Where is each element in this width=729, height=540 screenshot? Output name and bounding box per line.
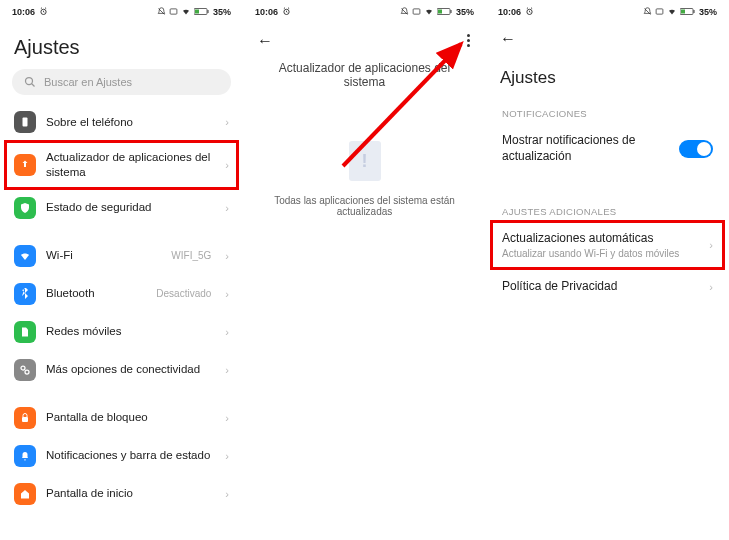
item-system-updater[interactable]: Actualizador de aplicaciones del sistema…	[0, 141, 243, 189]
dnd-icon	[400, 7, 409, 18]
battery-icon	[194, 7, 210, 18]
item-more-connectivity[interactable]: Más opciones de conectividad ›	[0, 351, 243, 389]
chevron-right-icon: ›	[225, 288, 229, 300]
item-about-phone[interactable]: Sobre el teléfono ›	[0, 103, 243, 141]
svg-rect-18	[656, 8, 663, 13]
status-time: 10:06	[12, 7, 35, 17]
wifi-icon	[181, 7, 191, 18]
svg-rect-3	[195, 9, 199, 13]
svg-rect-6	[23, 118, 28, 127]
update-status-message: Todas las aplicaciones del sistema están…	[243, 195, 486, 217]
screenshot-icon	[655, 7, 664, 18]
alarm-icon	[282, 7, 291, 18]
battery-percent: 35%	[456, 7, 474, 17]
search-input[interactable]: Buscar en Ajustes	[12, 69, 231, 95]
chevron-right-icon: ›	[225, 326, 229, 338]
toggle-switch-on[interactable]	[679, 140, 713, 158]
item-bluetooth[interactable]: Bluetooth Desactivado ›	[0, 275, 243, 313]
status-time: 10:06	[255, 7, 278, 17]
dnd-icon	[157, 7, 166, 18]
back-button[interactable]: ←	[257, 32, 273, 50]
lock-icon	[14, 407, 36, 429]
item-home-screen[interactable]: Pantalla de inicio ›	[0, 475, 243, 513]
document-icon: !	[349, 141, 381, 181]
status-bar: 10:06 35%	[243, 0, 486, 22]
screen-system-updater: 10:06 35% ← Actualizador de aplicaciones…	[243, 0, 486, 540]
status-bar: 10:06 35%	[486, 0, 729, 22]
chevron-right-icon: ›	[225, 116, 229, 128]
svg-rect-11	[413, 8, 420, 13]
overflow-menu-button[interactable]	[465, 30, 472, 51]
status-bar: 10:06 35%	[0, 0, 243, 22]
chevron-right-icon: ›	[225, 412, 229, 424]
chevron-right-icon: ›	[225, 159, 229, 171]
setting-show-notifications[interactable]: Mostrar notificaciones de actualización	[486, 123, 729, 174]
wifi-icon	[667, 7, 677, 18]
bluetooth-icon	[14, 283, 36, 305]
chevron-right-icon: ›	[225, 488, 229, 500]
chevron-right-icon: ›	[709, 239, 713, 251]
chevron-right-icon: ›	[225, 202, 229, 214]
link-icon	[14, 359, 36, 381]
wifi-icon	[14, 245, 36, 267]
update-icon	[14, 154, 36, 176]
bell-icon	[14, 445, 36, 467]
wifi-icon	[424, 7, 434, 18]
chevron-right-icon: ›	[225, 250, 229, 262]
alarm-icon	[39, 7, 48, 18]
screenshot-icon	[169, 7, 178, 18]
battery-icon	[437, 7, 453, 18]
chevron-right-icon: ›	[225, 450, 229, 462]
svg-rect-9	[22, 417, 28, 422]
search-placeholder: Buscar en Ajustes	[44, 76, 132, 88]
search-icon	[24, 76, 36, 88]
screen-settings-main: 10:06 35% Ajustes Buscar en Ajustes Sobr…	[0, 0, 243, 540]
header-row: ←	[243, 22, 486, 59]
status-time: 10:06	[498, 7, 521, 17]
page-title: Ajustes	[0, 22, 243, 69]
section-label-notifications: NOTIFICACIONES	[486, 98, 729, 123]
header-row: ←	[486, 22, 729, 56]
alarm-icon	[525, 7, 534, 18]
battery-percent: 35%	[213, 7, 231, 17]
svg-rect-4	[207, 10, 208, 13]
section-label-additional: AJUSTES ADICIONALES	[486, 196, 729, 221]
phone-icon	[14, 111, 36, 133]
page-title: Ajustes	[486, 56, 729, 98]
svg-point-8	[25, 370, 29, 374]
svg-rect-1	[170, 8, 177, 13]
chevron-right-icon: ›	[225, 364, 229, 376]
setting-auto-updates[interactable]: Actualizaciones automáticas Actualizar u…	[486, 221, 729, 269]
item-wifi[interactable]: Wi-Fi WIFI_5G ›	[0, 237, 243, 275]
dnd-icon	[643, 7, 652, 18]
svg-rect-20	[681, 9, 685, 13]
shield-icon	[14, 197, 36, 219]
item-mobile-networks[interactable]: Redes móviles ›	[0, 313, 243, 351]
item-lock-screen[interactable]: Pantalla de bloqueo ›	[0, 399, 243, 437]
item-notifications-statusbar[interactable]: Notificaciones y barra de estado ›	[0, 437, 243, 475]
svg-rect-21	[693, 10, 694, 13]
screen-updater-settings: 10:06 35% ← Ajustes NOTIFICACIONES Mostr…	[486, 0, 729, 540]
screenshot-icon	[412, 7, 421, 18]
svg-rect-14	[450, 10, 451, 13]
svg-point-7	[21, 366, 25, 370]
setting-privacy-policy[interactable]: Política de Privacidad ›	[486, 269, 729, 305]
home-icon	[14, 483, 36, 505]
item-security-status[interactable]: Estado de seguridad ›	[0, 189, 243, 227]
chevron-right-icon: ›	[709, 281, 713, 293]
back-button[interactable]: ←	[500, 30, 516, 48]
battery-icon	[680, 7, 696, 18]
sim-icon	[14, 321, 36, 343]
svg-point-5	[26, 78, 33, 85]
battery-percent: 35%	[699, 7, 717, 17]
page-subheader: Actualizador de aplicaciones del sistema	[243, 59, 486, 101]
svg-rect-13	[438, 9, 442, 13]
